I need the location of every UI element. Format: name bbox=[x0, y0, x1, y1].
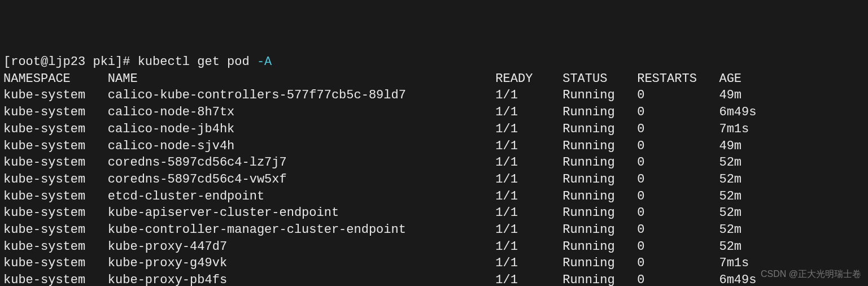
cell-ready: 1/1 bbox=[495, 223, 562, 237]
table-row: kube-system kube-apiserver-cluster-endpo… bbox=[3, 205, 865, 222]
table-row: kube-system coredns-5897cd56c4-lz7j7 1/1… bbox=[3, 154, 865, 171]
cell-name: coredns-5897cd56c4-lz7j7 bbox=[108, 155, 496, 170]
col-restarts: RESTARTS bbox=[637, 72, 719, 86]
cell-ready: 1/1 bbox=[495, 273, 562, 286]
cell-ready: 1/1 bbox=[495, 256, 562, 270]
cell-namespace: kube-system bbox=[3, 139, 108, 153]
cell-namespace: kube-system bbox=[3, 256, 108, 270]
cell-restarts: 0 bbox=[637, 223, 719, 237]
table-row: kube-system calico-kube-controllers-577f… bbox=[3, 87, 865, 104]
cell-namespace: kube-system bbox=[3, 105, 108, 119]
cell-status: Running bbox=[562, 172, 637, 187]
command-line: [root@ljp23 pki]# kubectl get pod -A bbox=[3, 54, 865, 71]
cell-status: Running bbox=[562, 88, 637, 102]
cell-age: 52m bbox=[719, 223, 741, 237]
cell-age: 52m bbox=[719, 172, 741, 187]
prompt-close-bracket: ] bbox=[115, 55, 123, 69]
cell-ready: 1/1 bbox=[495, 105, 562, 119]
cell-namespace: kube-system bbox=[3, 88, 108, 102]
cell-status: Running bbox=[562, 206, 637, 220]
cell-restarts: 0 bbox=[637, 240, 719, 254]
cell-namespace: kube-system bbox=[3, 273, 108, 286]
cell-restarts: 0 bbox=[637, 88, 719, 102]
table-row: kube-system calico-node-jb4hk 1/1 Runnin… bbox=[3, 121, 865, 138]
cell-age: 6m49s bbox=[719, 105, 756, 119]
cell-name: kube-controller-manager-cluster-endpoint bbox=[108, 223, 496, 237]
cell-restarts: 0 bbox=[637, 105, 719, 119]
table-row: kube-system coredns-5897cd56c4-vw5xf 1/1… bbox=[3, 171, 865, 188]
cell-name: etcd-cluster-endpoint bbox=[108, 189, 496, 203]
watermark-text: CSDN @正大光明瑞士卷 bbox=[761, 268, 861, 280]
table-row: kube-system etcd-cluster-endpoint 1/1 Ru… bbox=[3, 188, 865, 205]
cell-age: 6m49s bbox=[719, 273, 756, 286]
cell-ready: 1/1 bbox=[495, 189, 562, 203]
cell-age: 49m bbox=[719, 139, 741, 153]
cell-restarts: 0 bbox=[637, 122, 719, 136]
col-name: NAME bbox=[108, 72, 496, 86]
table-header-row: NAMESPACE NAME READY STATUS RESTARTS AGE bbox=[3, 71, 865, 88]
cell-ready: 1/1 bbox=[495, 139, 562, 153]
cell-namespace: kube-system bbox=[3, 172, 108, 187]
cell-restarts: 0 bbox=[637, 273, 719, 286]
cell-status: Running bbox=[562, 122, 637, 136]
cell-status: Running bbox=[562, 189, 637, 203]
cell-ready: 1/1 bbox=[495, 88, 562, 102]
prompt-open-bracket: [ bbox=[3, 55, 11, 69]
cell-name: calico-node-sjv4h bbox=[108, 139, 496, 153]
cell-age: 7m1s bbox=[719, 256, 749, 270]
cell-name: calico-node-jb4hk bbox=[108, 122, 496, 136]
cell-age: 7m1s bbox=[719, 122, 749, 136]
cell-name: calico-node-8h7tx bbox=[108, 105, 496, 119]
cell-restarts: 0 bbox=[637, 155, 719, 170]
cell-name: kube-apiserver-cluster-endpoint bbox=[108, 206, 496, 220]
cell-status: Running bbox=[562, 240, 637, 254]
table-row: kube-system calico-node-8h7tx 1/1 Runnin… bbox=[3, 104, 865, 121]
col-status: STATUS bbox=[562, 72, 637, 86]
cell-namespace: kube-system bbox=[3, 122, 108, 136]
cell-age: 52m bbox=[719, 155, 741, 170]
cell-restarts: 0 bbox=[637, 139, 719, 153]
cell-status: Running bbox=[562, 273, 637, 286]
prompt-user-host: root@ljp23 bbox=[11, 55, 85, 69]
cell-namespace: kube-system bbox=[3, 155, 108, 170]
cell-name: kube-proxy-pb4fs bbox=[108, 273, 496, 286]
cell-name: coredns-5897cd56c4-vw5xf bbox=[108, 172, 496, 187]
prompt-path: pki bbox=[93, 55, 115, 69]
cell-status: Running bbox=[562, 155, 637, 170]
table-row: kube-system kube-proxy-447d7 1/1 Running… bbox=[3, 239, 865, 255]
cell-namespace: kube-system bbox=[3, 223, 108, 237]
cell-ready: 1/1 bbox=[495, 155, 562, 170]
cell-status: Running bbox=[562, 256, 637, 270]
cell-ready: 1/1 bbox=[495, 122, 562, 136]
cell-name: kube-proxy-g49vk bbox=[108, 256, 496, 270]
cell-restarts: 0 bbox=[637, 206, 719, 220]
cell-namespace: kube-system bbox=[3, 189, 108, 203]
cell-status: Running bbox=[562, 223, 637, 237]
cell-namespace: kube-system bbox=[3, 206, 108, 220]
cell-age: 49m bbox=[719, 88, 741, 102]
col-namespace: NAMESPACE bbox=[3, 72, 108, 86]
cell-namespace: kube-system bbox=[3, 240, 108, 254]
table-row: kube-system kube-proxy-pb4fs 1/1 Running… bbox=[3, 272, 865, 286]
command-flag: -A bbox=[257, 55, 272, 69]
cell-ready: 1/1 bbox=[495, 172, 562, 187]
cell-restarts: 0 bbox=[637, 256, 719, 270]
cell-ready: 1/1 bbox=[495, 240, 562, 254]
prompt-symbol: # bbox=[123, 55, 130, 69]
table-row: kube-system calico-node-sjv4h 1/1 Runnin… bbox=[3, 138, 865, 155]
cell-restarts: 0 bbox=[637, 172, 719, 187]
cell-age: 52m bbox=[719, 240, 741, 254]
cell-ready: 1/1 bbox=[495, 206, 562, 220]
cell-name: kube-proxy-447d7 bbox=[108, 240, 496, 254]
cell-age: 52m bbox=[719, 206, 741, 220]
command-text: kubectl get pod bbox=[138, 55, 250, 69]
table-row: kube-system kube-proxy-g49vk 1/1 Running… bbox=[3, 255, 865, 272]
terminal-output[interactable]: [root@ljp23 pki]# kubectl get pod -ANAME… bbox=[3, 54, 865, 286]
cell-name: calico-kube-controllers-577f77cb5c-89ld7 bbox=[108, 88, 496, 102]
cell-restarts: 0 bbox=[637, 189, 719, 203]
col-age: AGE bbox=[719, 72, 741, 86]
table-row: kube-system kube-controller-manager-clus… bbox=[3, 222, 865, 239]
cell-status: Running bbox=[562, 105, 637, 119]
cell-status: Running bbox=[562, 139, 637, 153]
col-ready: READY bbox=[495, 72, 562, 86]
